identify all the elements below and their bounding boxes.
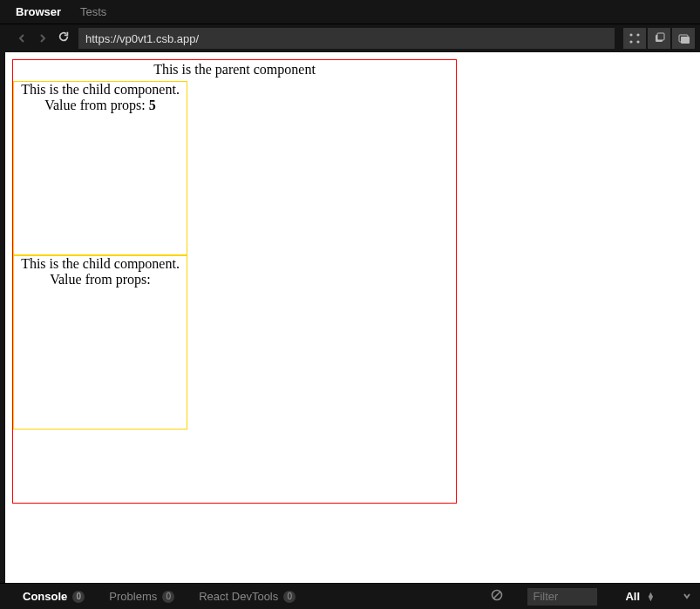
log-level-label: All bbox=[625, 590, 640, 603]
parent-component: This is the parent component This is the… bbox=[12, 59, 457, 504]
console-bar: Console 0 Problems 0 React DevTools 0 Al… bbox=[0, 583, 700, 609]
devtools-label: React DevTools bbox=[199, 590, 278, 603]
updown-icon: ▲▼ bbox=[647, 592, 655, 601]
browser-toolbar bbox=[0, 24, 700, 52]
child-component-2: This is the child component. Value from … bbox=[13, 255, 187, 430]
url-input[interactable] bbox=[78, 28, 615, 49]
preview-viewport: This is the parent component This is the… bbox=[5, 52, 700, 583]
child-line1: This is the child component. bbox=[14, 82, 187, 98]
svg-point-2 bbox=[629, 40, 632, 43]
log-level-select[interactable]: All ▲▼ bbox=[622, 590, 658, 603]
clear-console-icon[interactable] bbox=[491, 589, 503, 604]
toolbar-actions bbox=[623, 28, 695, 49]
child-value-label: Value from props: bbox=[44, 98, 149, 112]
console-filter-input[interactable] bbox=[527, 588, 597, 606]
back-button[interactable] bbox=[16, 32, 28, 44]
child-component-1: This is the child component. Value from … bbox=[13, 81, 187, 255]
child-line1: This is the child component. bbox=[14, 256, 187, 272]
svg-point-0 bbox=[629, 33, 632, 36]
problems-count-badge: 0 bbox=[162, 591, 174, 603]
tab-browser[interactable]: Browser bbox=[16, 5, 61, 18]
chevron-down-icon[interactable] bbox=[683, 590, 691, 603]
problems-tab[interactable]: Problems 0 bbox=[109, 590, 174, 603]
copy-icon[interactable] bbox=[648, 28, 670, 49]
grid-icon[interactable] bbox=[623, 28, 646, 49]
open-window-icon[interactable] bbox=[672, 28, 695, 49]
tab-tests[interactable]: Tests bbox=[80, 5, 106, 18]
svg-point-1 bbox=[636, 33, 639, 36]
parent-title: This is the parent component bbox=[13, 60, 456, 78]
child-value: 5 bbox=[149, 98, 156, 112]
console-tab[interactable]: Console 0 bbox=[23, 590, 85, 603]
preview-tabs: Browser Tests bbox=[0, 0, 700, 24]
problems-label: Problems bbox=[109, 590, 157, 603]
child-value-label: Value from props: bbox=[50, 272, 151, 287]
child-value-line: Value from props: bbox=[14, 272, 187, 288]
reload-button[interactable] bbox=[58, 30, 70, 46]
react-devtools-tab[interactable]: React DevTools 0 bbox=[199, 590, 296, 603]
console-count-badge: 0 bbox=[72, 591, 85, 603]
svg-rect-5 bbox=[657, 33, 664, 40]
svg-rect-7 bbox=[681, 37, 690, 44]
console-label: Console bbox=[23, 590, 67, 603]
forward-button[interactable] bbox=[37, 32, 49, 44]
svg-point-3 bbox=[636, 40, 639, 43]
devtools-count-badge: 0 bbox=[283, 591, 296, 603]
svg-line-9 bbox=[493, 592, 500, 599]
child-value-line: Value from props: 5 bbox=[14, 98, 187, 113]
